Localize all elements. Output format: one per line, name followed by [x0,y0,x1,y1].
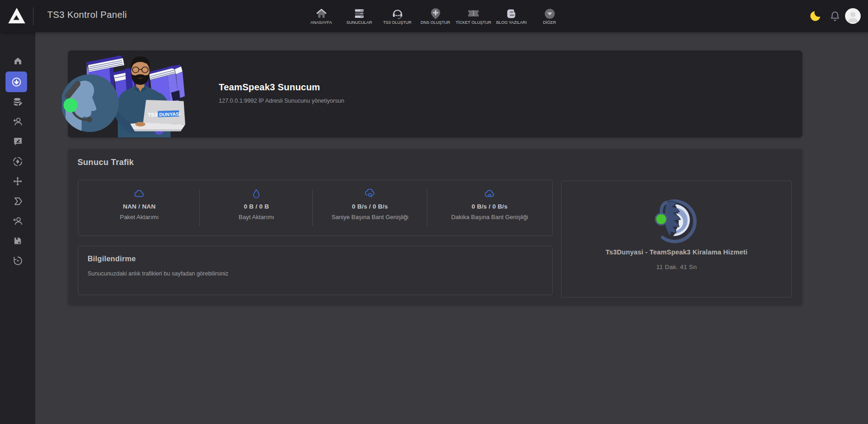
svg-text:TS3: TS3 [148,112,157,118]
svg-text:DUNYASI: DUNYASI [159,111,181,117]
